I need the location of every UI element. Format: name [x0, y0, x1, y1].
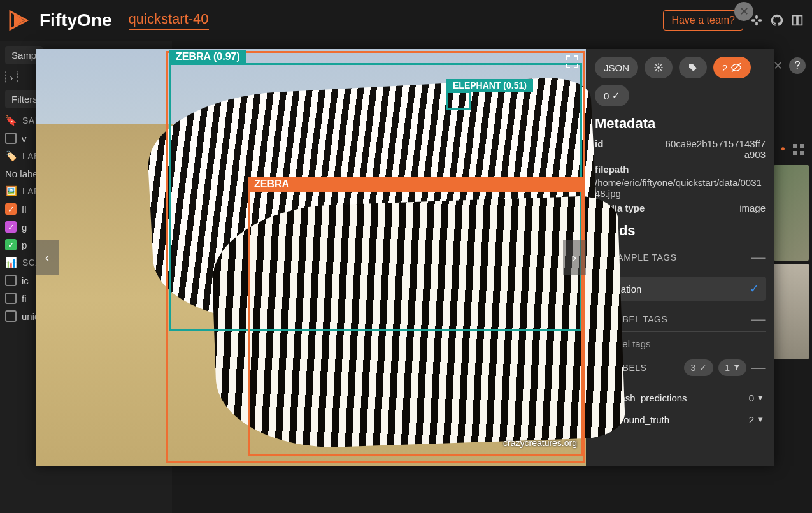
checkbox[interactable]: [5, 275, 17, 286]
labels-check-badge[interactable]: 3 ✓: [684, 359, 713, 376]
tag-icon: 🏷️: [5, 150, 17, 162]
no-label-tags-text: No labe: [5, 168, 38, 179]
brand-name: FiftyOne: [39, 10, 112, 31]
scalar-item[interactable]: fi: [22, 293, 27, 304]
watermark: crazycreatures.org: [503, 438, 577, 448]
check-icon: ✓: [612, 90, 620, 101]
scalar-item[interactable]: ic: [22, 275, 29, 286]
checkbox-orange[interactable]: ✓: [5, 203, 17, 215]
label-name: flash_predictions: [615, 393, 687, 403]
close-icon[interactable]: ✕: [734, 2, 753, 21]
selected-labels-pill[interactable]: 0 ✓: [595, 85, 629, 106]
fullscreen-icon[interactable]: [564, 54, 580, 69]
chart-icon: 📊: [5, 257, 17, 268]
bbox-elephant[interactable]: ELEPHANT (0.51): [446, 91, 471, 110]
hidden-labels-pill[interactable]: 2: [713, 57, 751, 78]
tag-button[interactable]: [679, 57, 707, 78]
svg-rect-4: [755, 15, 758, 19]
labels-filter-badge[interactable]: 1: [718, 359, 746, 376]
image-icon: 🖼️: [5, 185, 17, 197]
svg-rect-5: [755, 22, 758, 25]
bbox-zebra-orange[interactable]: ZEBRA: [248, 191, 583, 456]
bbox-label: ELEPHANT (0.51): [446, 79, 533, 92]
app-header: FiftyOne quickstart-40 Have a team?: [0, 0, 812, 41]
hidden-count: 2: [722, 62, 727, 73]
chevron-down-icon[interactable]: ▾: [758, 392, 763, 403]
collapse-icon[interactable]: —: [751, 249, 766, 266]
chevron-right-icon[interactable]: ›: [5, 71, 18, 83]
label-count: 2: [749, 414, 754, 425]
collapse-icon[interactable]: —: [751, 311, 766, 328]
checkbox-purple[interactable]: ✓: [5, 221, 17, 233]
logo-icon: [8, 9, 31, 32]
docs-icon[interactable]: [790, 13, 804, 27]
label-count: 0: [749, 393, 754, 403]
bookmark-icon: 🔖: [5, 115, 17, 126]
label-item[interactable]: g: [22, 222, 27, 233]
chevron-down-icon[interactable]: ▾: [758, 414, 763, 425]
checkbox-label: v: [22, 133, 27, 144]
have-team-button[interactable]: Have a team?: [663, 10, 743, 31]
bbox-label: ZEBRA (0.97): [169, 50, 246, 64]
label-item[interactable]: p: [22, 240, 27, 250]
collapse-icon[interactable]: —: [751, 359, 766, 376]
check-icon: ✓: [750, 282, 759, 296]
next-button[interactable]: ›: [563, 240, 586, 275]
svg-rect-3: [758, 19, 762, 22]
meta-val-media: image: [739, 203, 766, 213]
checkbox[interactable]: [5, 293, 17, 304]
approve-count: 0: [604, 90, 609, 101]
settings-button[interactable]: [645, 57, 673, 78]
meta-key-filepath: filepath: [595, 164, 629, 175]
checkbox-green[interactable]: ✓: [5, 239, 17, 250]
label-item[interactable]: fl: [22, 204, 27, 215]
image-viewer[interactable]: ZEBRA (0.97) ELEPHANT (0.51) ZEBRA crazy…: [36, 49, 586, 466]
svg-rect-2: [751, 19, 755, 22]
metadata-heading: Metadata: [595, 115, 766, 132]
json-button[interactable]: JSON: [595, 57, 638, 78]
section-sample-tags: SAMPLE TAGS: [611, 252, 677, 263]
svg-point-10: [657, 66, 660, 69]
checkbox[interactable]: [5, 310, 17, 322]
meta-key-id: id: [595, 138, 603, 160]
meta-val-id: 60ca9e2b157157143ff7a903: [660, 138, 766, 160]
github-icon[interactable]: [770, 13, 784, 27]
dataset-selector[interactable]: quickstart-40: [129, 11, 209, 30]
fields-heading: Fields: [595, 222, 766, 239]
sample-modal: ZEBRA (0.97) ELEPHANT (0.51) ZEBRA crazy…: [36, 49, 774, 466]
checkbox[interactable]: [5, 133, 17, 144]
prev-button[interactable]: ‹: [36, 240, 59, 275]
meta-val-filepath: /home/eric/fiftyone/quickstart/data/0031…: [595, 177, 766, 199]
bbox-label: ZEBRA: [248, 177, 583, 191]
